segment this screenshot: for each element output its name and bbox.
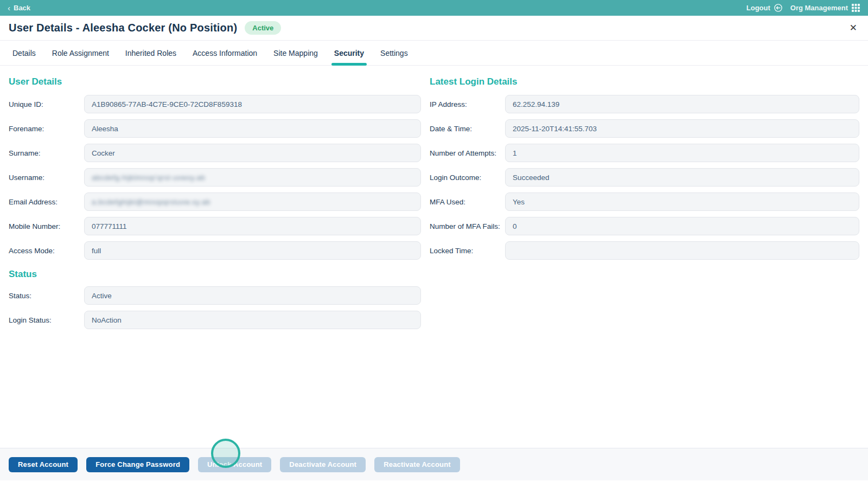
status-value: Active — [92, 292, 112, 300]
active-tab-underline — [331, 63, 367, 66]
access-mode-field[interactable]: full — [84, 241, 421, 260]
tab-security[interactable]: Security — [326, 41, 372, 65]
login-outcome-label: Login Outcome: — [430, 174, 505, 182]
tab-label: Inherited Roles — [125, 49, 176, 57]
login-status-label: Login Status: — [9, 316, 84, 324]
field-row-access-mode: Access Mode:full — [9, 241, 421, 260]
unique-id-label: Unique ID: — [9, 100, 84, 108]
latest-login-column: Latest Login Details IP Address:62.252.9… — [430, 76, 859, 335]
locked-time-label: Locked Time: — [430, 247, 505, 255]
main-content: User Details Unique ID:A1B90865-77AB-4C7… — [0, 66, 868, 335]
org-management-button[interactable]: Org Management — [790, 3, 860, 12]
surname-value: Cocker — [92, 149, 115, 157]
tab-site-mapping[interactable]: Site Mapping — [265, 41, 326, 65]
field-row-username: Username:abcdefg.hijklmnop'qrst-uvwxy.ab — [9, 168, 421, 187]
back-button[interactable]: ‹ Back — [8, 4, 30, 12]
locked-time-field[interactable] — [505, 241, 859, 260]
tab-bar: DetailsRole AssignmentInherited RolesAcc… — [0, 41, 868, 66]
surname-field[interactable]: Cocker — [84, 144, 421, 162]
forename-field[interactable]: Aleesha — [84, 119, 421, 138]
close-icon: ✕ — [850, 23, 857, 33]
ip-address-label: IP Address: — [430, 100, 505, 108]
grid-icon — [851, 3, 860, 12]
title-bar: User Details - Aleesha Cocker (No Positi… — [0, 16, 868, 41]
mobile-number-value: 077771111 — [92, 222, 127, 230]
user-details-column: User Details Unique ID:A1B90865-77AB-4C7… — [9, 76, 421, 335]
tab-settings[interactable]: Settings — [372, 41, 416, 65]
login-status-field[interactable]: NoAction — [84, 311, 421, 329]
number-of-mfa-fails-field[interactable]: 0 — [505, 217, 859, 235]
email-address-value: a.bcdefghijkl@mnopqrstuvw.xy.ab — [92, 198, 210, 206]
status-label: Status: — [9, 292, 84, 300]
access-mode-value: full — [92, 247, 101, 255]
date-time-label: Date & Time: — [430, 125, 505, 133]
field-row-ip-address: IP Address:62.252.94.139 — [430, 95, 859, 113]
number-of-attempts-value: 1 — [513, 149, 517, 157]
footer-action-bar: Reset AccountForce Change PasswordUnlock… — [0, 448, 868, 480]
mobile-number-field[interactable]: 077771111 — [84, 217, 421, 235]
username-field[interactable]: abcdefg.hijklmnop'qrst-uvwxy.ab — [84, 168, 421, 187]
number-of-mfa-fails-value: 0 — [513, 222, 517, 230]
username-label: Username: — [9, 174, 84, 182]
number-of-attempts-field[interactable]: 1 — [505, 144, 859, 162]
mfa-used-value: Yes — [513, 198, 525, 206]
reset-account-button[interactable]: Reset Account — [9, 457, 78, 472]
login-status-value: NoAction — [92, 316, 122, 324]
status-field[interactable]: Active — [84, 286, 421, 305]
field-row-login-status: Login Status:NoAction — [9, 311, 421, 329]
forename-label: Forename: — [9, 125, 84, 133]
logout-button[interactable]: Logout — [746, 3, 783, 12]
field-row-login-outcome: Login Outcome:Succeeded — [430, 168, 859, 187]
page-title: User Details - Aleesha Cocker (No Positi… — [9, 22, 237, 34]
logout-icon — [774, 3, 783, 12]
number-of-attempts-label: Number of Attempts: — [430, 149, 505, 157]
ip-address-value: 62.252.94.139 — [513, 100, 559, 108]
forename-value: Aleesha — [92, 125, 118, 133]
tab-role-assignment[interactable]: Role Assignment — [44, 41, 117, 65]
email-address-label: Email Address: — [9, 198, 84, 206]
access-mode-label: Access Mode: — [9, 247, 84, 255]
mfa-used-field[interactable]: Yes — [505, 192, 859, 211]
logout-label: Logout — [746, 4, 770, 12]
mfa-used-label: MFA Used: — [430, 198, 505, 206]
field-row-date-time: Date & Time:2025-11-20T14:41:55.703 — [430, 119, 859, 138]
chevron-left-icon: ‹ — [8, 4, 10, 12]
field-row-number-of-mfa-fails: Number of MFA Fails:0 — [430, 217, 859, 235]
status-badge: Active — [245, 21, 281, 35]
latest-login-heading: Latest Login Details — [430, 76, 859, 87]
status-heading: Status — [9, 269, 421, 280]
unlock-account-button[interactable]: Unlock Account — [198, 457, 271, 472]
tab-details[interactable]: Details — [4, 41, 44, 65]
tab-label: Site Mapping — [273, 49, 318, 57]
ip-address-field[interactable]: 62.252.94.139 — [505, 95, 859, 113]
force-change-password-button[interactable]: Force Change Password — [86, 457, 189, 472]
field-row-forename: Forename:Aleesha — [9, 119, 421, 138]
field-row-number-of-attempts: Number of Attempts:1 — [430, 144, 859, 162]
close-button[interactable]: ✕ — [847, 22, 859, 34]
deactivate-account-button[interactable]: Deactivate Account — [280, 457, 366, 472]
field-row-locked-time: Locked Time: — [430, 241, 859, 260]
login-outcome-value: Succeeded — [513, 174, 550, 182]
email-address-field[interactable]: a.bcdefghijkl@mnopqrstuvw.xy.ab — [84, 192, 421, 211]
field-row-mobile-number: Mobile Number:077771111 — [9, 217, 421, 235]
field-row-surname: Surname:Cocker — [9, 144, 421, 162]
tab-inherited-roles[interactable]: Inherited Roles — [117, 41, 184, 65]
number-of-mfa-fails-label: Number of MFA Fails: — [430, 222, 505, 230]
topbar: ‹ Back Logout Org Management — [0, 0, 868, 16]
field-row-mfa-used: MFA Used:Yes — [430, 192, 859, 211]
date-time-value: 2025-11-20T14:41:55.703 — [513, 125, 597, 133]
field-row-status: Status:Active — [9, 286, 421, 305]
date-time-field[interactable]: 2025-11-20T14:41:55.703 — [505, 119, 859, 138]
unique-id-field[interactable]: A1B90865-77AB-4C7E-9CE0-72CD8F859318 — [84, 95, 421, 113]
login-outcome-field[interactable]: Succeeded — [505, 168, 859, 187]
mobile-number-label: Mobile Number: — [9, 222, 84, 230]
field-row-unique-id: Unique ID:A1B90865-77AB-4C7E-9CE0-72CD8F… — [9, 95, 421, 113]
reactivate-account-button[interactable]: Reactivate Account — [374, 457, 460, 472]
username-value: abcdefg.hijklmnop'qrst-uvwxy.ab — [92, 174, 205, 182]
org-management-label: Org Management — [790, 4, 848, 12]
user-details-heading: User Details — [9, 76, 421, 87]
surname-label: Surname: — [9, 149, 84, 157]
tab-label: Settings — [380, 49, 408, 57]
field-row-email-address: Email Address:a.bcdefghijkl@mnopqrstuvw.… — [9, 192, 421, 211]
tab-access-information[interactable]: Access Information — [184, 41, 265, 65]
